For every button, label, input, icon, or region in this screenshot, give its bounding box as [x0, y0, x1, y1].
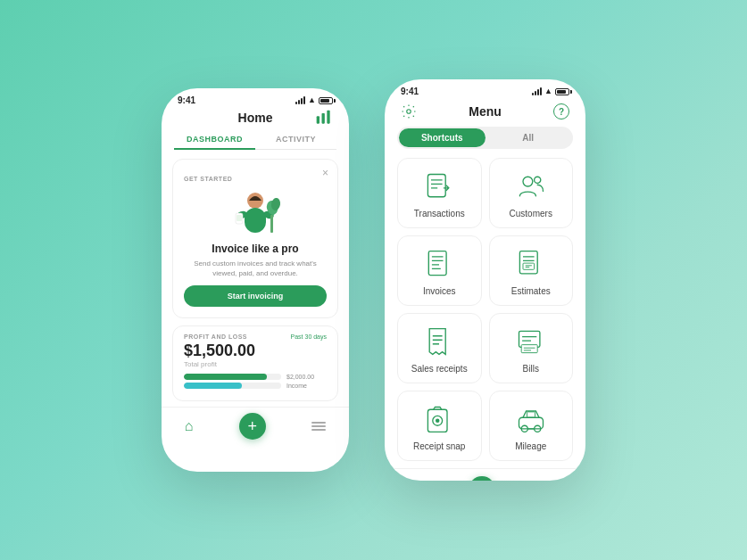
- bills-icon: [514, 325, 548, 358]
- pnl-label: PROFIT AND LOSS: [184, 334, 247, 340]
- tab-dashboard[interactable]: DASHBOARD: [174, 130, 255, 150]
- left-phone: 9:41 ▲ Home DASHBOARD ACTIVITY GET START…: [162, 88, 349, 472]
- signal-icon: [295, 96, 305, 104]
- fab-button-right[interactable]: +: [469, 476, 495, 481]
- status-bar-left: 9:41 ▲: [162, 88, 349, 109]
- svg-rect-13: [428, 175, 446, 197]
- menu-cell-bills[interactable]: Bills: [489, 313, 574, 383]
- svg-rect-4: [245, 208, 266, 233]
- all-button[interactable]: All: [486, 128, 572, 147]
- menu-cell-transactions[interactable]: Transactions: [397, 158, 482, 228]
- menu-cell-sales-receipts[interactable]: Sales receipts: [397, 313, 482, 383]
- person-illustration: [224, 188, 286, 237]
- shortcuts-button[interactable]: Shortcuts: [399, 128, 486, 147]
- help-icon[interactable]: ?: [552, 102, 571, 121]
- settings-icon[interactable]: [399, 102, 419, 121]
- bottom-nav-right: ⌂ +: [385, 468, 585, 481]
- income-value: $2,000.00: [286, 374, 327, 380]
- tab-activity[interactable]: ACTIVITY: [255, 130, 336, 149]
- menu-header: Menu ?: [385, 100, 585, 127]
- bills-label: Bills: [523, 364, 539, 374]
- income-bar-track: [184, 374, 281, 380]
- customers-label: Customers: [510, 209, 552, 218]
- start-invoicing-button[interactable]: Start invoicing: [184, 285, 327, 307]
- svg-point-18: [534, 177, 540, 183]
- home-header: Home: [162, 109, 349, 130]
- svg-point-17: [523, 177, 533, 186]
- close-button[interactable]: ×: [322, 167, 328, 179]
- menu-cell-invoices[interactable]: Invoices: [397, 235, 482, 306]
- status-time-right: 9:41: [401, 86, 419, 96]
- status-bar-right: 9:41 ▲: [385, 79, 585, 100]
- sales-receipts-label: Sales receipts: [411, 364, 468, 374]
- menu-cell-mileage[interactable]: Mileage: [489, 391, 574, 461]
- menu-nav-icon[interactable]: [311, 422, 326, 431]
- svg-rect-2: [327, 111, 329, 124]
- income-bar-fill: [184, 374, 267, 380]
- svg-point-41: [436, 419, 440, 424]
- estimates-icon: [514, 247, 548, 281]
- fab-button-left[interactable]: +: [239, 413, 266, 440]
- svg-rect-36: [521, 345, 537, 353]
- transactions-icon: [422, 169, 456, 203]
- mileage-icon: [514, 402, 548, 436]
- menu-cell-receipt-snap[interactable]: Receipt snap: [397, 391, 482, 461]
- svg-rect-27: [523, 263, 535, 269]
- wifi-icon: ▲: [308, 96, 316, 104]
- menu-title: Menu: [469, 104, 502, 119]
- pnl-period: Past 30 days: [291, 334, 327, 340]
- get-started-label: GET STARTED: [184, 176, 232, 182]
- illustration: [224, 188, 286, 237]
- chart-icon[interactable]: [315, 109, 333, 127]
- income-label: Income: [286, 383, 327, 389]
- battery-icon: [319, 97, 333, 104]
- mileage-label: Mileage: [515, 441, 546, 451]
- svg-rect-1: [322, 113, 325, 124]
- sales-receipts-icon: [422, 325, 456, 358]
- expense-bar-row: Income: [184, 383, 327, 389]
- card-desc: Send custom invoices and track what's vi…: [184, 259, 327, 278]
- customers-icon: [514, 169, 548, 203]
- menu-cell-estimates[interactable]: Estimates: [489, 235, 574, 306]
- pnl-header: PROFIT AND LOSS Past 30 days: [184, 334, 327, 340]
- receipt-snap-icon: [422, 402, 456, 436]
- svg-rect-9: [270, 215, 273, 233]
- svg-rect-24: [519, 251, 537, 274]
- bottom-nav-left: ⌂ +: [162, 407, 349, 447]
- status-time-left: 9:41: [178, 95, 195, 105]
- home-title: Home: [238, 111, 273, 125]
- shortcuts-toggle: Shortcuts All: [397, 127, 573, 149]
- menu-grid: Transactions Customers: [397, 158, 573, 461]
- battery-icon-right: [555, 88, 569, 95]
- invoices-icon: [422, 247, 456, 281]
- svg-rect-19: [429, 251, 447, 276]
- pnl-sublabel: Total profit: [184, 360, 327, 368]
- pnl-card: PROFIT AND LOSS Past 30 days $1,500.00 T…: [172, 325, 338, 401]
- card-title: Invoice like a pro: [184, 243, 327, 255]
- expense-bar-fill: [184, 383, 242, 389]
- expense-bar-track: [184, 383, 281, 389]
- right-phone: 9:41 ▲ Menu ? Shortcuts All: [385, 79, 585, 481]
- signal-icon-right: [532, 87, 542, 95]
- get-started-card: GET STARTED × Invoice like a: [172, 159, 338, 318]
- status-icons-left: ▲: [295, 96, 333, 104]
- question-mark-icon: ?: [553, 103, 569, 119]
- receipt-snap-label: Receipt snap: [413, 441, 465, 451]
- svg-rect-8: [237, 215, 242, 221]
- income-bar-row: $2,000.00: [184, 374, 327, 380]
- wifi-icon-right: ▲: [544, 87, 552, 95]
- transactions-label: Transactions: [414, 209, 465, 218]
- svg-rect-46: [527, 412, 535, 417]
- menu-cell-customers[interactable]: Customers: [489, 158, 574, 228]
- invoices-label: Invoices: [423, 286, 456, 296]
- tabs-row: DASHBOARD ACTIVITY: [174, 130, 336, 150]
- home-nav-icon[interactable]: ⌂: [185, 418, 194, 434]
- pnl-amount: $1,500.00: [184, 342, 327, 360]
- estimates-label: Estimates: [511, 286, 551, 296]
- svg-rect-0: [317, 116, 320, 123]
- status-icons-right: ▲: [532, 87, 569, 95]
- svg-point-12: [407, 110, 411, 114]
